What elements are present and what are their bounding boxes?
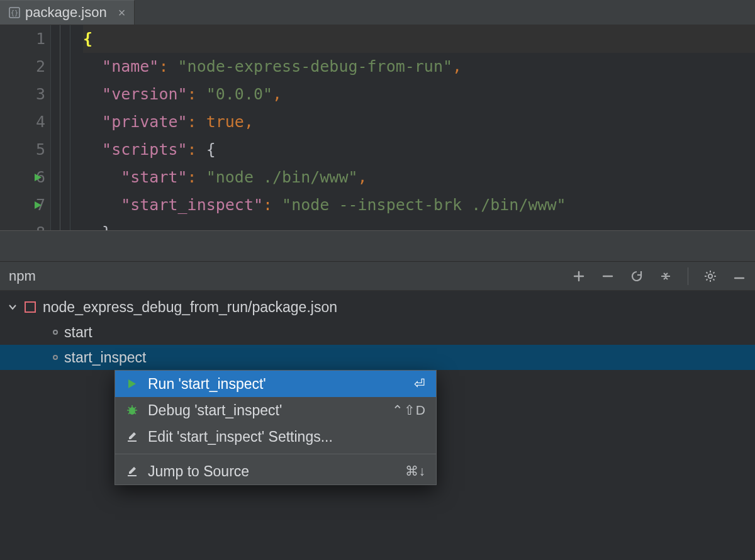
menu-item-jump[interactable]: Jump to Source⌘↓ — [115, 458, 436, 484]
gutter: 12345678 — [0, 25, 50, 230]
gear-icon[interactable] — [703, 269, 717, 283]
bullet-icon — [53, 330, 58, 335]
code-line[interactable]: { — [83, 25, 755, 53]
script-name: start_inspect — [64, 349, 146, 366]
editor-tab[interactable]: {} package.json × — [0, 0, 135, 25]
npm-script-item[interactable]: start_inspect — [0, 345, 755, 370]
refresh-icon[interactable] — [630, 269, 644, 283]
menu-separator — [115, 454, 436, 454]
gutter-line[interactable]: 2 — [0, 53, 50, 81]
gutter-line[interactable]: 1 — [0, 25, 50, 53]
menu-item-label: Run 'start_inspect' — [148, 376, 405, 393]
svg-text:{}: {} — [11, 9, 18, 16]
play-icon — [125, 378, 139, 389]
code-area[interactable]: { "name": "node-express-debug-from-run",… — [70, 25, 755, 230]
splitter[interactable] — [0, 230, 755, 262]
code-line[interactable]: }, — [83, 219, 755, 230]
svg-rect-3 — [25, 302, 35, 312]
gutter-line[interactable]: 6 — [0, 164, 50, 191]
menu-item-label: Edit 'start_inspect' Settings... — [148, 428, 417, 445]
npm-scripts-tree: node_express_debug_from_run/package.json… — [0, 291, 755, 370]
remove-icon[interactable] — [601, 269, 615, 283]
tree-root[interactable]: node_express_debug_from_run/package.json — [0, 294, 755, 320]
close-icon[interactable]: × — [118, 6, 126, 20]
tree-root-label: node_express_debug_from_run/package.json — [43, 299, 337, 316]
bug-icon — [125, 404, 139, 417]
svg-point-2 — [708, 274, 712, 277]
collapse-icon[interactable] — [659, 269, 673, 283]
run-gutter-icon[interactable] — [33, 172, 43, 182]
editor-tab-bar: {} package.json × — [0, 0, 755, 25]
menu-item-label: Jump to Source — [148, 463, 396, 480]
divider — [688, 267, 688, 285]
gutter-line[interactable]: 5 — [0, 136, 50, 164]
pencil-icon — [125, 465, 139, 478]
fold-column — [50, 25, 70, 230]
gutter-line[interactable]: 3 — [0, 81, 50, 108]
code-line[interactable]: "version": "0.0.0", — [83, 81, 755, 108]
gutter-line[interactable]: 4 — [0, 108, 50, 136]
run-gutter-icon[interactable] — [33, 200, 43, 210]
add-icon[interactable] — [572, 269, 586, 283]
menu-item-run[interactable]: Run 'start_inspect'⏎ — [115, 371, 436, 397]
chevron-down-icon — [8, 302, 18, 312]
npm-tool-actions — [572, 267, 746, 285]
code-line[interactable]: "start_inspect": "node --inspect-brk ./b… — [83, 191, 755, 219]
code-editor[interactable]: 12345678 { "name": "node-express-debug-f… — [0, 25, 755, 230]
npm-icon — [24, 301, 36, 313]
menu-item-label: Debug 'start_inspect' — [148, 402, 383, 419]
code-line[interactable]: "start": "node ./bin/www", — [83, 164, 755, 191]
pencil-icon — [125, 430, 139, 443]
minimize-icon[interactable] — [732, 269, 746, 283]
tab-title: package.json — [25, 4, 107, 21]
npm-tool-header: npm — [0, 262, 755, 291]
script-name: start — [64, 324, 92, 341]
npm-tool-title: npm — [9, 268, 572, 284]
json-icon: {} — [9, 7, 20, 18]
menu-item-shortcut: ⏎ — [414, 376, 426, 391]
bullet-icon — [53, 355, 58, 360]
npm-script-item[interactable]: start — [0, 320, 755, 345]
code-line[interactable]: "name": "node-express-debug-from-run", — [83, 53, 755, 81]
menu-item-shortcut: ⌘↓ — [405, 464, 427, 479]
menu-item-shortcut: ⌃⇧D — [392, 403, 426, 418]
context-menu: Run 'start_inspect'⏎Debug 'start_inspect… — [115, 370, 437, 485]
code-line[interactable]: "scripts": { — [83, 136, 755, 164]
gutter-line[interactable]: 8 — [0, 219, 50, 230]
menu-item-debug[interactable]: Debug 'start_inspect'⌃⇧D — [115, 397, 436, 423]
menu-item-edit[interactable]: Edit 'start_inspect' Settings... — [115, 423, 436, 450]
gutter-line[interactable]: 7 — [0, 191, 50, 219]
code-line[interactable]: "private": true, — [83, 108, 755, 136]
